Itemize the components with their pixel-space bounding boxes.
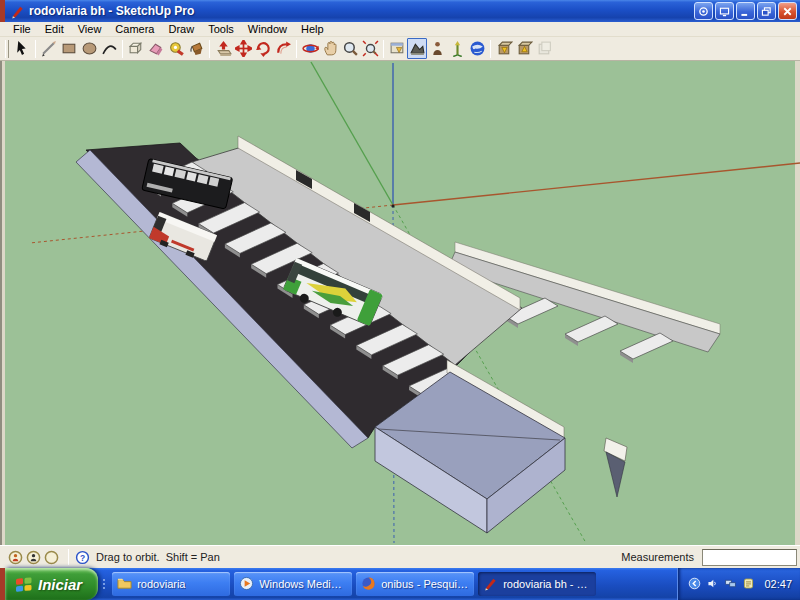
menu-window[interactable]: Window (241, 22, 294, 36)
taskbar-button-label: onibus - Pesquisa do ... (381, 578, 469, 590)
line-icon (41, 40, 58, 57)
frame-left-inner (2, 61, 5, 545)
taskbar-button-firefox[interactable]: onibus - Pesquisa do ... (356, 572, 474, 596)
move-icon (235, 40, 252, 57)
place-model-icon (449, 40, 466, 57)
utility-1-button[interactable] (694, 2, 713, 20)
menu-edit[interactable]: Edit (38, 22, 71, 36)
make-component-tool-button[interactable] (126, 38, 146, 59)
minimize-icon (739, 5, 752, 18)
push-pull-icon (215, 40, 232, 57)
toolbar-separator (209, 40, 210, 58)
antivirus-icon[interactable] (742, 577, 757, 592)
google-earth-icon (469, 40, 486, 57)
select-icon (14, 40, 31, 57)
clock: 02:47 (764, 578, 792, 590)
taskbar-button-wmp[interactable]: Windows Media Player (234, 572, 352, 596)
share-model-tool-button[interactable] (514, 38, 534, 59)
sketchup-app-icon (10, 4, 25, 19)
menu-view[interactable]: View (71, 22, 109, 36)
close-button[interactable] (778, 2, 797, 20)
rotate-tool-button[interactable] (253, 38, 273, 59)
status-icons (8, 550, 62, 565)
get-models-tool-button[interactable] (494, 38, 514, 59)
tray-collapse-icon[interactable] (688, 577, 703, 592)
line-tool-button[interactable] (39, 38, 59, 59)
title-bar[interactable]: rodoviaria bh - SketchUp Pro (0, 0, 800, 22)
taskbar-button-sketchup[interactable]: rodoviaria bh - Sketc... (478, 572, 596, 596)
offset-icon (275, 40, 292, 57)
menu-camera[interactable]: Camera (108, 22, 161, 36)
tape-measure-icon (168, 40, 185, 57)
get-current-view-icon (389, 40, 406, 57)
eraser-tool-button[interactable] (146, 38, 166, 59)
move-tool-button[interactable] (233, 38, 253, 59)
zoom-tool-button[interactable] (340, 38, 360, 59)
utility-1-icon (697, 5, 710, 18)
sketchup-icon (483, 576, 499, 592)
person-orange-icon[interactable] (8, 550, 23, 565)
restore-icon (760, 5, 773, 18)
eraser-icon (148, 40, 165, 57)
photo-textures-icon (429, 40, 446, 57)
measurements-input[interactable] (702, 549, 797, 566)
orbit-tool-button[interactable] (300, 38, 320, 59)
system-tray: 02:47 (677, 568, 800, 600)
minimize-button[interactable] (736, 2, 755, 20)
arc-icon (101, 40, 118, 57)
3d-viewport[interactable] (0, 61, 800, 545)
start-button[interactable]: Iniciar (5, 568, 98, 600)
restore-button[interactable] (757, 2, 776, 20)
tape-measure-tool-button[interactable] (166, 38, 186, 59)
taskbar-button-label: Windows Media Player (259, 578, 347, 590)
measurements-label: Measurements (621, 551, 694, 563)
taskbar-divider (101, 572, 107, 596)
toolbar-separator (35, 40, 36, 58)
taskbar-button-label: rodoviaria (137, 578, 185, 590)
menu-help[interactable]: Help (294, 22, 331, 36)
send-to-layout-tool-button[interactable] (534, 38, 554, 59)
share-model-icon (516, 40, 533, 57)
volume-icon[interactable] (706, 577, 721, 592)
menu-file[interactable]: File (6, 22, 38, 36)
photo-textures-tool-button[interactable] (427, 38, 447, 59)
paint-bucket-tool-button[interactable] (186, 38, 206, 59)
rectangle-icon (61, 40, 78, 57)
close-icon (781, 5, 794, 18)
window-title: rodoviaria bh - SketchUp Pro (29, 4, 694, 18)
task-buttons: rodoviariaWindows Media Playeronibus - P… (110, 572, 598, 596)
utility-2-button[interactable] (715, 2, 734, 20)
circle-tool-button[interactable] (79, 38, 99, 59)
paint-bucket-icon (188, 40, 205, 57)
zoom-extents-tool-button[interactable] (360, 38, 380, 59)
person-dark-icon[interactable] (26, 550, 41, 565)
toolbar-handle[interactable] (5, 40, 9, 58)
zoom-icon (342, 40, 359, 57)
window-controls (694, 2, 797, 20)
circle-icon (81, 40, 98, 57)
push-pull-tool-button[interactable] (213, 38, 233, 59)
get-current-view-tool-button[interactable] (387, 38, 407, 59)
arc-tool-button[interactable] (99, 38, 119, 59)
place-model-tool-button[interactable] (447, 38, 467, 59)
menu-draw[interactable]: Draw (161, 22, 201, 36)
rotate-icon (255, 40, 272, 57)
send-to-layout-icon (536, 40, 553, 57)
pan-tool-button[interactable] (320, 38, 340, 59)
background-window-edge (0, 0, 5, 22)
svg-text:?: ? (80, 552, 85, 562)
menu-tools[interactable]: Tools (201, 22, 241, 36)
taskbar-button-folder[interactable]: rodoviaria (112, 572, 230, 596)
offset-tool-button[interactable] (273, 38, 293, 59)
toolbar-separator (490, 40, 491, 58)
google-earth-tool-button[interactable] (467, 38, 487, 59)
toggle-terrain-tool-button[interactable] (407, 38, 427, 59)
network-icon[interactable] (724, 577, 739, 592)
model-canvas[interactable] (0, 61, 800, 545)
circle-plain-icon[interactable] (44, 550, 59, 565)
wmp-icon (239, 576, 255, 592)
rectangle-tool-button[interactable] (59, 38, 79, 59)
orbit-icon (302, 40, 319, 57)
help-icon[interactable]: ? (75, 550, 90, 565)
select-tool-button[interactable] (12, 38, 32, 59)
